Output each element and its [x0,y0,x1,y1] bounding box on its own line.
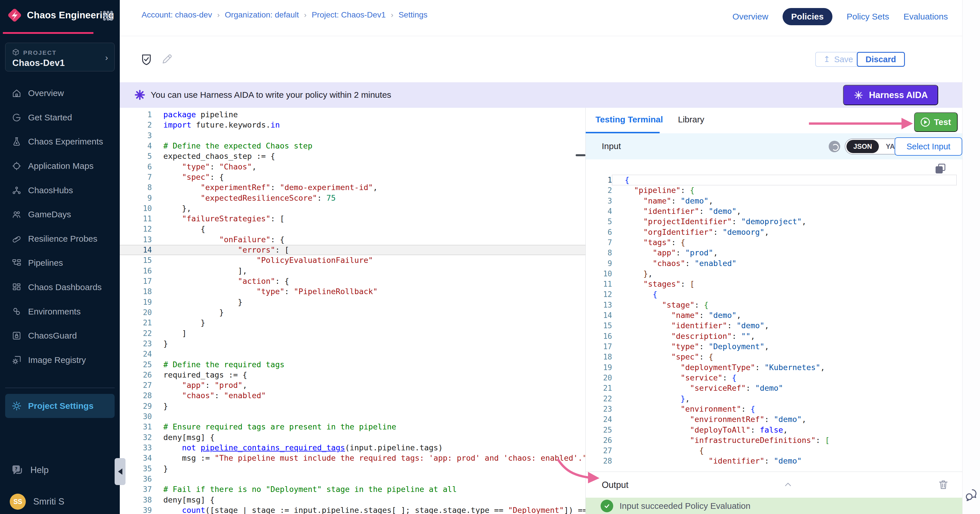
code-line[interactable]: 6 "type": "Chaos", [120,162,585,172]
sidebar-item-help[interactable]: ? Help [0,459,120,482]
code-line[interactable]: 19 } [120,297,585,307]
project-selector[interactable]: PROJECT Chaos-Dev1 › [5,43,115,72]
sidebar-item-gamedays[interactable]: GameDays [0,202,120,227]
code-line[interactable]: 24 [120,349,585,359]
code-line[interactable]: 23} [120,339,585,349]
code-line[interactable]: 33 not pipeline_contains_required_tags(i… [120,442,585,453]
sidebar-item-environments[interactable]: Environments [0,299,120,324]
chevron-up-icon[interactable] [783,479,793,490]
code-line[interactable]: 20 } [120,307,585,318]
code-line[interactable]: 29} [120,401,585,411]
input-json-editor[interactable]: 1{2 "pipeline": {3 "name": "demo",4 "ide… [586,159,962,471]
sidebar-item-application-maps[interactable]: Application Maps [0,154,120,178]
sidebar-item-pipelines[interactable]: Pipelines [0,251,120,275]
code-line[interactable]: 12 { [120,224,585,234]
code-line[interactable]: 10 }, [586,269,962,279]
breadcrumb-link[interactable]: Organization: default [225,10,299,19]
sidebar-item-image-registry[interactable]: Image Registry [0,348,120,372]
breadcrumb-link[interactable]: Settings [399,10,428,19]
code-line[interactable]: 2 "pipeline": { [586,185,962,196]
sidebar-item-chaosguard[interactable]: ChaosGuard [0,324,120,348]
harness-aida-button[interactable]: Harness AIDA [843,85,938,105]
code-line[interactable]: 5 "projectIdentifier": "demoproject", [586,216,962,227]
sidebar-item-resilience-probes[interactable]: Resilience Probes [0,227,120,251]
code-line[interactable]: 11 "failureStrategies": [ [120,213,585,224]
input-loading-icon[interactable] [829,141,840,152]
code-line[interactable]: 15 "PolicyEvaluationFailure" [120,255,585,266]
code-line[interactable]: 14 "errors": [ [120,245,585,255]
code-line[interactable]: 37# Fail if there is no "Deployment" sta… [120,484,585,495]
sidebar-item-project-settings[interactable]: Project Settings [5,394,115,418]
code-line[interactable]: 30 [120,411,585,422]
sidebar-item-get-started[interactable]: Get Started [0,105,120,130]
code-line[interactable]: 9 "chaos": "enabled" [586,258,962,269]
code-line[interactable]: 32deny[msg] { [120,432,585,442]
tab-library[interactable]: Library [678,115,704,124]
code-line[interactable]: 25# Define the required tags [120,360,585,370]
code-line[interactable]: 16 ], [120,266,585,276]
code-line[interactable]: 18 "type": "PipelineRollback" [120,286,585,297]
code-line[interactable]: 9 "expectedResilienceScore": 75 [120,193,585,203]
code-line[interactable]: 25 "deployToAll": false, [586,425,962,435]
code-line[interactable]: 8 "experimentRef": "demo-experiment-id", [120,182,585,193]
code-line[interactable]: 28 "chaos": "enabled" [120,390,585,401]
code-line[interactable]: 20 "service": { [586,373,962,383]
code-line[interactable]: 5expected_chaos_step := { [120,151,585,161]
breadcrumb-link[interactable]: Project: Chaos-Dev1 [312,10,386,19]
code-line[interactable]: 27 "app": "prod", [120,380,585,390]
tab-policies[interactable]: Policies [783,8,832,25]
format-option-json[interactable]: JSON [846,140,879,153]
select-input-button[interactable]: Select Input [895,137,962,156]
sidebar-item-overview[interactable]: Overview [0,81,120,105]
code-line[interactable]: 11 "stages": [ [586,279,962,289]
code-line[interactable]: 3 [120,130,585,141]
code-line[interactable]: 13 "stage": { [586,300,962,310]
code-line[interactable]: 12 { [586,289,962,299]
save-button[interactable]: ↥ Save [815,52,861,67]
code-line[interactable]: 21 "serviceRef": "demo" [586,383,962,393]
policy-code-editor[interactable]: 1package pipeline2import future.keywords… [120,108,585,514]
code-line[interactable]: 1package pipeline [120,110,585,120]
code-line[interactable]: 4# Define the expected Chaos step [120,141,585,151]
code-line[interactable]: 38deny[msg] { [120,495,585,505]
code-line[interactable]: 10 }, [120,203,585,213]
code-line[interactable]: 17 "type": "Deployment", [586,341,962,352]
code-line[interactable]: 34 msg := "The pipeline must include the… [120,453,585,463]
tab-testing-terminal[interactable]: Testing Terminal [595,115,663,124]
trash-icon[interactable] [938,479,949,490]
sidebar-item-chaos-experiments[interactable]: Chaos Experiments [0,130,120,154]
code-line[interactable]: 39 count([stage | stage := input.pipelin… [120,505,585,514]
code-line[interactable]: 3 "name": "demo", [586,196,962,206]
code-line[interactable]: 31# Ensure required tags are present in … [120,422,585,432]
tab-policy-sets[interactable]: Policy Sets [847,12,889,22]
discard-button[interactable]: Discard [857,52,905,67]
code-line[interactable]: 14 "name": "demo", [586,310,962,320]
code-line[interactable]: 7 "tags": { [586,237,962,248]
code-line[interactable]: 22 }, [586,394,962,404]
policy-validate-icon[interactable] [140,53,153,67]
code-line[interactable]: 8 "app": "prod", [586,248,962,258]
code-line[interactable]: 7 "spec": { [120,172,585,182]
code-line[interactable]: 23 "environment": { [586,404,962,414]
code-line[interactable]: 21 } [120,318,585,328]
copy-icon[interactable] [934,162,947,175]
code-line[interactable]: 15 "identifier": "demo", [586,320,962,331]
code-line[interactable]: 13 "onFailure": { [120,234,585,245]
support-chat-icon[interactable] [964,487,978,502]
code-line[interactable]: 26required_tags := { [120,370,585,380]
code-line[interactable]: 16 "description": "", [586,331,962,341]
tab-overview[interactable]: Overview [732,12,768,22]
sidebar-collapse-handle[interactable] [115,458,126,485]
code-line[interactable]: 36 [120,474,585,484]
sidebar-item-chaos-dashboards[interactable]: Chaos Dashboards [0,275,120,299]
code-line[interactable]: 19 "deploymentType": "Kubernetes", [586,362,962,373]
split-drag-handle[interactable] [576,154,585,156]
user-menu[interactable]: SS Smriti S [0,492,120,511]
code-line[interactable]: 24 "environmentRef": "demo", [586,414,962,425]
edit-pencil-icon[interactable] [161,53,173,66]
code-line[interactable]: 27 { [586,446,962,456]
code-line[interactable]: 4 "identifier": "demo", [586,206,962,216]
code-line[interactable]: 22 ] [120,328,585,339]
code-line[interactable]: 35} [120,463,585,474]
code-line[interactable]: 2import future.keywords.in [120,120,585,130]
